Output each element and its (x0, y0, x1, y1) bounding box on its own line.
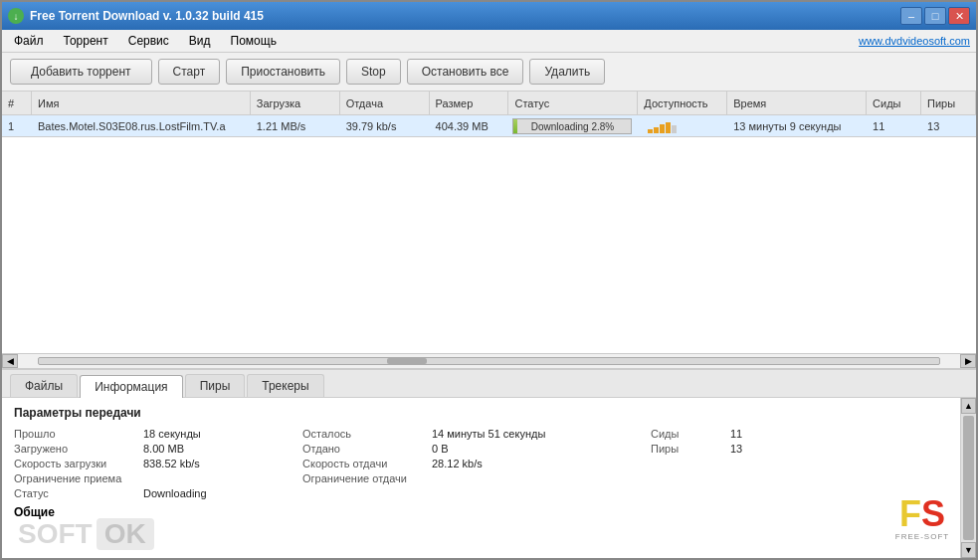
cell-upload: 39.79 kb/s (340, 115, 430, 136)
stop-all-button[interactable]: Остановить все (407, 59, 524, 85)
col-header-size: Размер (430, 92, 509, 114)
col-header-dl: Загрузка (251, 92, 340, 114)
scroll-track (38, 357, 940, 365)
label-send-limit: Ограничение отдачи (302, 472, 432, 484)
value-send-limit (432, 472, 651, 484)
horizontal-scrollbar[interactable]: ◀ ▶ (2, 353, 976, 369)
value-ul-speed: 28.12 kb/s (432, 458, 651, 469)
scroll-down-arrow[interactable]: ▼ (961, 542, 976, 558)
logo-fs: F S FREE-SOFT (888, 496, 956, 556)
title-bar-buttons: – □ ✕ (900, 7, 970, 25)
main-window: ↓ Free Torrent Download v. 1.0.32 build … (0, 0, 978, 560)
logo-s: S (921, 496, 945, 532)
menu-service[interactable]: Сервис (122, 32, 175, 50)
logo-text: FREE-SOFT (895, 532, 949, 541)
avail-bars (648, 119, 677, 133)
label-dl-speed: Скорость загрузки (14, 458, 143, 469)
cell-seeds: 11 (867, 115, 921, 136)
avail-bar-5 (672, 125, 677, 133)
col-header-time: Время (727, 92, 867, 114)
cell-num: 1 (2, 115, 32, 136)
col-header-num: # (2, 92, 32, 114)
value-status: Downloading (143, 487, 302, 499)
value-uploaded: 0 B (432, 443, 651, 455)
progress-text: Downloading 2.8% (512, 118, 632, 134)
menu-items: Файл Торрент Сервис Вид Помощь (8, 32, 283, 50)
title-bar-left: ↓ Free Torrent Download v. 1.0.32 build … (8, 8, 264, 24)
col-header-avail: Доступность (638, 92, 727, 114)
avail-bar-3 (660, 124, 665, 133)
tab-files[interactable]: Файлы (10, 374, 78, 397)
watermark-ok: OK (97, 518, 154, 550)
cell-name: Bates.Motel.S03E08.rus.LostFilm.TV.a (32, 115, 251, 136)
tab-content: Параметры передачи Прошло 18 секунды Ост… (2, 398, 976, 558)
value-seeds: 11 (730, 428, 790, 440)
cell-avail (638, 115, 727, 136)
label-status: Статус (14, 487, 143, 499)
info-grid: Прошло 18 секунды Осталось 14 минуты 51 … (14, 428, 964, 499)
section-title: Параметры передачи (14, 406, 964, 420)
logo-f: F (899, 496, 921, 532)
toolbar: Добавить торрент Старт Приостановить Sto… (2, 53, 976, 92)
col-header-name: Имя (32, 92, 251, 114)
tab-info[interactable]: Информация (80, 375, 182, 398)
cell-download: 1.21 MB/s (251, 115, 340, 136)
menu-bar: Файл Торрент Сервис Вид Помощь www.dvdvi… (2, 30, 976, 53)
torrent-table: # Имя Загрузка Отдача Размер Статус Дост… (2, 92, 976, 369)
menu-view[interactable]: Вид (183, 32, 217, 50)
bottom-panel: Файлы Информация Пиры Трекеры Параметры … (2, 369, 976, 558)
table-row[interactable]: 1 Bates.Motel.S03E08.rus.LostFilm.TV.a 1… (2, 115, 976, 137)
avail-bar-4 (666, 122, 671, 133)
watermark: SOFT OK (18, 518, 154, 550)
col-header-ul: Отдача (340, 92, 430, 114)
tab-trackers[interactable]: Трекеры (247, 374, 323, 397)
col-header-status: Статус (508, 92, 638, 114)
value-elapsed: 18 секунды (143, 428, 302, 440)
close-button[interactable]: ✕ (948, 7, 970, 25)
label-elapsed: Прошло (14, 428, 143, 440)
col-header-seeds: Сиды (867, 92, 921, 114)
pause-button[interactable]: Приостановить (226, 59, 340, 85)
title-bar: ↓ Free Torrent Download v. 1.0.32 build … (2, 2, 976, 30)
label-downloaded: Загружено (14, 443, 143, 455)
maximize-button[interactable]: □ (924, 7, 946, 25)
vertical-scrollbar[interactable]: ▲ ▼ (960, 398, 976, 558)
label-remaining: Осталось (302, 428, 432, 440)
scroll-thumb (387, 358, 427, 364)
table-header: # Имя Загрузка Отдача Размер Статус Дост… (2, 92, 976, 115)
scroll-up-arrow[interactable]: ▲ (961, 398, 976, 414)
start-button[interactable]: Старт (158, 59, 221, 85)
scroll-right-arrow[interactable]: ▶ (960, 354, 976, 368)
website-link[interactable]: www.dvdvideosoft.com (859, 35, 970, 47)
add-torrent-button[interactable]: Добавить торрент (10, 59, 152, 85)
logo-letters: F S (899, 496, 945, 532)
tabs-row: Файлы Информация Пиры Трекеры (2, 370, 976, 398)
general-section-title: Общие (14, 505, 964, 519)
cell-size: 404.39 MB (430, 115, 509, 136)
scroll-left-arrow[interactable]: ◀ (2, 354, 18, 368)
label-ul-speed: Скорость отдачи (302, 458, 432, 469)
cell-peers: 13 (921, 115, 976, 136)
menu-file[interactable]: Файл (8, 32, 50, 50)
value-peers: 13 (730, 443, 790, 455)
window-title: Free Torrent Download v. 1.0.32 build 41… (30, 9, 264, 23)
label-peers: Пиры (651, 443, 730, 455)
delete-button[interactable]: Удалить (529, 59, 605, 85)
label-seeds: Сиды (651, 428, 730, 440)
cell-status: Downloading 2.8% (508, 115, 638, 136)
menu-help[interactable]: Помощь (225, 32, 283, 50)
stop-button[interactable]: Stop (346, 59, 401, 85)
value-remaining: 14 минуты 51 секунды (432, 428, 651, 440)
avail-bar-1 (648, 129, 653, 133)
value-downloaded: 8.00 MB (143, 443, 302, 455)
scroll-thumb-v (963, 416, 974, 540)
watermark-soft: SOFT (18, 518, 93, 550)
tab-peers[interactable]: Пиры (185, 374, 246, 397)
table-body: 1 Bates.Motel.S03E08.rus.LostFilm.TV.a 1… (2, 115, 976, 353)
value-recv-limit (143, 472, 302, 484)
avail-bar-2 (654, 127, 659, 133)
minimize-button[interactable]: – (900, 7, 922, 25)
menu-torrent[interactable]: Торрент (58, 32, 114, 50)
app-icon: ↓ (8, 8, 24, 24)
label-uploaded: Отдано (302, 443, 432, 455)
